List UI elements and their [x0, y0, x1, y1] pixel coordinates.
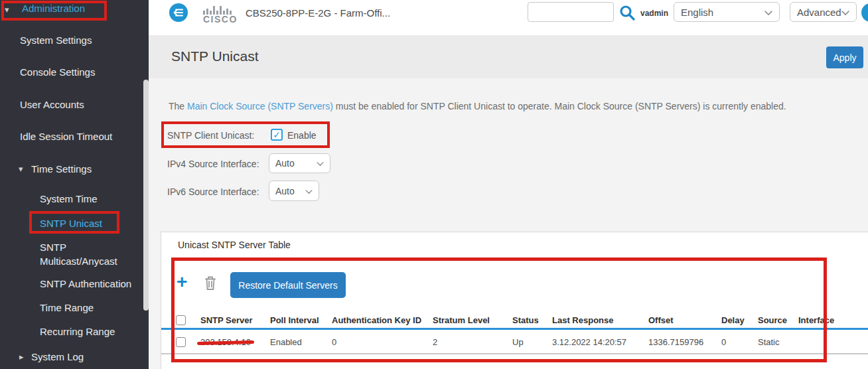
cell-delay: 0 [721, 337, 758, 347]
col-header-auth-key-id[interactable]: Authentication Key ID [332, 315, 433, 325]
select-all-checkbox[interactable] [176, 315, 186, 325]
sidebar-scrollbar[interactable] [143, 80, 149, 311]
delete-server-icon[interactable] [203, 275, 218, 294]
collapse-sidebar-icon [169, 3, 188, 22]
ipv6-select-value: Auto [275, 186, 295, 196]
col-header-status[interactable]: Status [512, 315, 552, 325]
col-header-poll-interval[interactable]: Poll Interval [270, 315, 332, 325]
sidebar-item-sntp-authentication[interactable]: SNTP Authentication [40, 278, 131, 289]
table-row-divider [161, 353, 868, 354]
col-header-last-response[interactable]: Last Response [552, 315, 648, 325]
sidebar-item-recurring-range[interactable]: Recurring Range [40, 326, 115, 337]
search-icon[interactable] [619, 5, 636, 24]
chevron-right-icon[interactable]: ▸ [19, 352, 24, 361]
sidebar-item-sntp-multicast-anycast[interactable]: SNTP Multicast/Anycast [40, 240, 143, 268]
search-input[interactable] [528, 2, 614, 22]
cell-stratum-level: 2 [433, 337, 512, 347]
chevron-down-icon [764, 7, 772, 18]
apply-button[interactable]: Apply [826, 46, 863, 68]
cell-status: Up [512, 337, 552, 347]
restore-default-servers-button[interactable]: Restore Default Servers [230, 272, 346, 298]
language-select-value: English [681, 7, 713, 18]
language-select[interactable]: English [674, 2, 780, 22]
ipv6-source-interface-select[interactable]: Auto [269, 181, 319, 201]
ipv4-source-interface-label: IPv4 Source Interface: [167, 159, 259, 169]
cell-source: Static [758, 337, 798, 347]
cell-poll-interval: Enabled [270, 337, 332, 347]
sidebar-item-time-settings[interactable]: Time Settings [31, 163, 92, 175]
sidebar-toggle-button[interactable] [169, 3, 188, 22]
display-mode-select[interactable]: Advanced [790, 2, 857, 22]
ipv6-source-interface-label: IPv6 Source Interface: [167, 186, 259, 197]
page-title: SNTP Unicast [171, 48, 259, 64]
sidebar-item-time-range[interactable]: Time Range [40, 302, 94, 313]
table-title: Unicast SNTP Server Table [178, 240, 291, 250]
col-header-stratum-level[interactable]: Stratum Level [433, 315, 512, 325]
main-clock-source-link[interactable]: Main Clock Source (SNTP Servers) [187, 101, 333, 111]
username-label: vadmin [640, 9, 668, 18]
chevron-down-icon[interactable]: ▾ [5, 5, 9, 14]
col-header-delay[interactable]: Delay [721, 315, 758, 325]
row-checkbox[interactable] [176, 337, 186, 347]
chevron-down-icon [305, 186, 313, 196]
chevron-down-icon [317, 158, 324, 169]
ipv4-source-interface-select[interactable]: Auto [269, 153, 330, 173]
sidebar-item-sntp-unicast[interactable]: SNTP Unicast [40, 218, 102, 229]
note-prefix: The [169, 101, 187, 111]
info-note: The Main Clock Source (SNTP Servers) mus… [169, 101, 786, 111]
sidebar-item-system-time[interactable]: System Time [40, 193, 98, 204]
add-server-icon[interactable]: + [177, 273, 187, 291]
col-header-sntp-server[interactable]: SNTP Server [200, 315, 270, 325]
ipv4-select-value: Auto [275, 158, 295, 169]
sidebar-item-system-settings[interactable]: System Settings [20, 35, 92, 46]
note-suffix: must be enabled for SNTP Client Unicast … [333, 101, 786, 111]
col-header-interface[interactable]: Interface [798, 315, 868, 325]
display-mode-select-value: Advanced [797, 7, 841, 18]
sidebar-item-idle-session-timeout[interactable]: Idle Session Timeout [20, 131, 112, 142]
chevron-down-icon [841, 7, 849, 18]
sidebar-item-administration[interactable]: Administration [22, 3, 85, 14]
cell-sntp-server-redacted: 203.158.4.10 [200, 337, 251, 347]
cell-offset: 1336.7159796 [648, 337, 721, 347]
table-header-divider [161, 328, 868, 330]
chevron-down-icon[interactable]: ▾ [19, 165, 23, 173]
sntp-client-unicast-label: SNTP Client Unicast: [167, 130, 254, 141]
sidebar-item-console-settings[interactable]: Console Settings [20, 66, 95, 78]
table-row: 203.158.4.10 Enabled 0 2 Up 3.12.2022 14… [161, 332, 868, 352]
cell-auth-key-id: 0 [332, 337, 433, 347]
device-name: CBS250-8PP-E-2G - Farm-Offi... [246, 7, 390, 19]
sidebar-item-system-log[interactable]: System Log [31, 351, 84, 362]
cell-last-response: 3.12.2022 14:20:57 [552, 337, 648, 347]
cisco-brand-text: CISCO [203, 14, 238, 25]
enable-label: Enable [287, 130, 317, 141]
sidebar-item-user-accounts[interactable]: User Accounts [20, 99, 84, 110]
col-header-offset[interactable]: Offset [648, 315, 721, 325]
sntp-client-unicast-checkbox[interactable]: ✓ [271, 129, 283, 141]
sidebar: ▾ Administration System Settings Console… [0, 0, 149, 369]
table-header-row: SNTP Server Poll Interval Authentication… [161, 311, 868, 329]
col-header-source[interactable]: Source [758, 315, 798, 325]
